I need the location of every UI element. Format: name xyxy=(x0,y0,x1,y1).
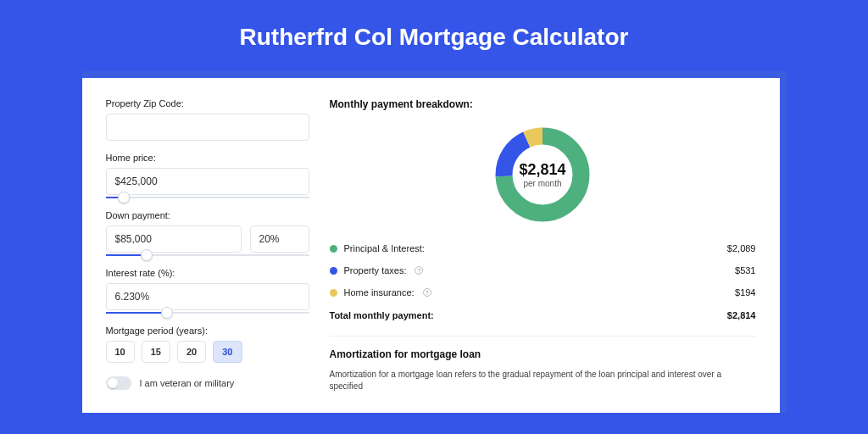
down-payment-input[interactable] xyxy=(106,225,242,253)
down-payment-field: Down payment: xyxy=(106,210,309,256)
down-payment-slider[interactable] xyxy=(106,254,309,256)
dot-icon xyxy=(330,289,337,297)
slider-thumb[interactable] xyxy=(161,307,173,319)
breakdown-title: Monthly payment breakdown: xyxy=(330,98,756,110)
home-price-slider[interactable] xyxy=(106,197,309,198)
slider-thumb[interactable] xyxy=(118,192,130,203)
home-price-input[interactable] xyxy=(106,168,309,195)
veteran-label: I am veteran or military xyxy=(140,378,235,388)
dot-icon xyxy=(330,245,337,253)
toggle-knob xyxy=(108,378,118,388)
home-price-label: Home price: xyxy=(106,153,309,163)
down-payment-pct-input[interactable] xyxy=(250,225,309,253)
legend-label: Property taxes: xyxy=(344,265,407,275)
veteran-row: I am veteran or military xyxy=(106,376,309,390)
calculator-frame: Property Zip Code: Home price: Down paym… xyxy=(82,71,787,413)
amortization-section: Amortization for mortgage loan Amortizat… xyxy=(330,336,756,392)
rate-input[interactable] xyxy=(106,283,309,310)
legend-row-insurance: Home insurance: ? $194 xyxy=(330,281,756,303)
legend-label: Principal & Interest: xyxy=(344,243,425,253)
veteran-toggle[interactable] xyxy=(106,376,131,390)
total-value: $2,814 xyxy=(727,310,756,320)
period-option-20[interactable]: 20 xyxy=(177,341,206,363)
period-option-10[interactable]: 10 xyxy=(106,341,135,363)
amortization-title: Amortization for mortgage loan xyxy=(330,348,756,360)
slider-thumb[interactable] xyxy=(141,249,153,261)
total-label: Total monthly payment: xyxy=(330,310,434,320)
donut-amount: $2,814 xyxy=(519,161,565,179)
amortization-text: Amortization for a mortgage loan refers … xyxy=(330,369,756,392)
down-payment-label: Down payment: xyxy=(106,210,309,220)
form-column: Property Zip Code: Home price: Down paym… xyxy=(106,98,309,392)
rate-slider[interactable] xyxy=(106,312,309,314)
rate-field: Interest rate (%): xyxy=(106,268,309,314)
rate-label: Interest rate (%): xyxy=(106,268,309,278)
legend-value: $531 xyxy=(735,265,755,275)
donut-center: $2,814 per month xyxy=(492,124,593,225)
period-option-15[interactable]: 15 xyxy=(142,341,170,363)
donut-chart: $2,814 per month xyxy=(492,124,593,225)
legend-value: $2,089 xyxy=(727,243,756,253)
legend-label: Home insurance: xyxy=(344,287,415,298)
zip-label: Property Zip Code: xyxy=(106,98,309,108)
info-icon[interactable]: ? xyxy=(423,288,431,297)
home-price-field: Home price: xyxy=(106,153,309,198)
period-field: Mortgage period (years): 10 15 20 30 xyxy=(106,326,309,363)
calculator-card: Property Zip Code: Home price: Down paym… xyxy=(82,78,780,413)
zip-input[interactable] xyxy=(106,114,309,141)
breakdown-column: Monthly payment breakdown: $2,814 per mo… xyxy=(330,98,756,392)
legend-total-row: Total monthly payment: $2,814 xyxy=(330,303,756,320)
legend-value: $194 xyxy=(735,287,755,298)
period-label: Mortgage period (years): xyxy=(106,326,309,336)
zip-field: Property Zip Code: xyxy=(106,98,309,141)
dot-icon xyxy=(330,267,337,275)
legend-row-taxes: Property taxes: ? $531 xyxy=(330,259,756,281)
page-title: Rutherfrd Col Mortgage Calculator xyxy=(0,0,868,71)
donut-sub: per month xyxy=(523,179,561,188)
period-option-30[interactable]: 30 xyxy=(213,341,242,363)
legend-row-principal: Principal & Interest: $2,089 xyxy=(330,237,756,259)
info-icon[interactable]: ? xyxy=(415,266,423,275)
donut-chart-wrap: $2,814 per month xyxy=(330,119,756,237)
